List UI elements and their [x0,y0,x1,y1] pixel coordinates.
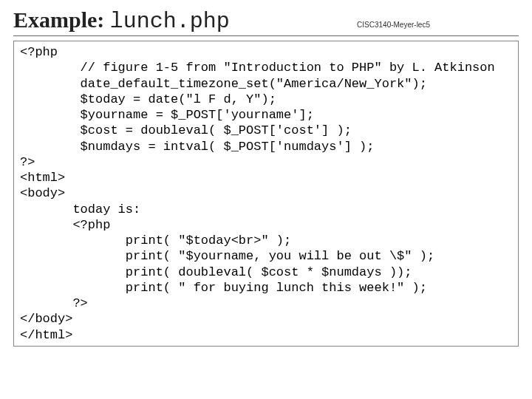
code-line: print( "$today<br>" ); [20,233,291,248]
code-line: </html> [20,328,72,342]
slide: Example: lunch.php CISC3140-Meyer-lec5 <… [0,0,532,399]
course-label: CISC3140-Meyer-lec5 [357,21,430,29]
code-line: $cost = doubleval( $_POST['cost'] ); [20,123,352,137]
code-line: ?> [20,155,35,169]
code-line: print( doubleval( $cost * $numdays )); [20,265,412,279]
title-prefix: Example: [13,7,110,32]
divider [13,35,519,36]
page-title: Example: lunch.php [13,7,230,34]
code-line: ?> [20,296,88,310]
code-line: $yourname = $_POST['yourname']; [20,108,314,122]
code-line: <?php [20,218,110,232]
code-line: // figure 1-5 from "Introduction to PHP"… [20,61,495,75]
header-row: Example: lunch.php CISC3140-Meyer-lec5 [13,7,519,34]
code-line: print( "$yourname, you will be out \$" )… [20,249,434,263]
title-filename: lunch.php [110,9,230,34]
code-line: <body> [20,186,65,200]
code-line: <?php [20,45,58,59]
code-line: print( " for buying lunch this week!" ); [20,281,427,295]
code-line: $numdays = intval( $_POST['numdays'] ); [20,140,374,154]
code-line: today is: [20,202,140,216]
code-box: <?php // figure 1-5 from "Introduction t… [13,41,519,347]
code-line: <html> [20,171,65,185]
code-line: $today = date("l F d, Y"); [20,92,276,106]
code-line: date_default_timezone_set("America/New_Y… [20,77,427,91]
code-line: </body> [20,312,72,326]
